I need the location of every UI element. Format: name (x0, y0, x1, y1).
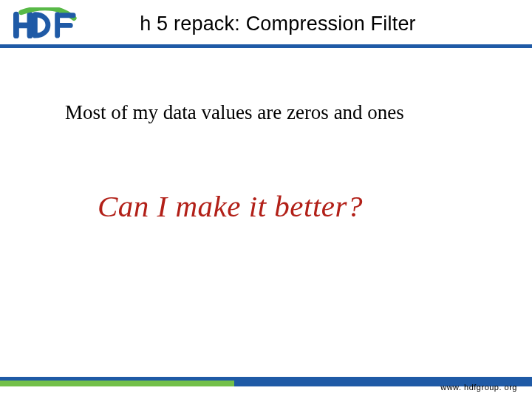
callout-text: Can I make it better? (98, 188, 363, 224)
slide-title: h 5 repack: Compression Filter (89, 13, 519, 35)
body-text-line: Most of my data values are zeros and one… (65, 101, 404, 124)
footer-strip-green (0, 381, 234, 386)
hdf-logo-icon (13, 7, 78, 40)
footer-url: www. hdfgroup. org (440, 383, 517, 392)
slide-header: h 5 repack: Compression Filter (0, 0, 532, 44)
slide-footer: www. hdfgroup. org (0, 377, 532, 399)
slide-body: Most of my data values are zeros and one… (0, 48, 532, 372)
